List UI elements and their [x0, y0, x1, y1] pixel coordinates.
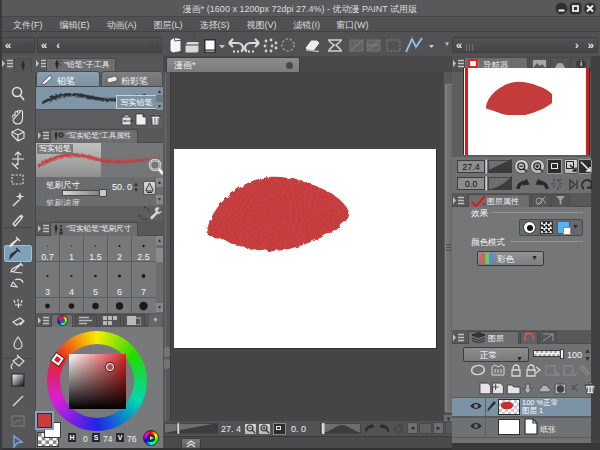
- svg-text:1.5: 1.5: [89, 252, 102, 262]
- svg-text:2.5: 2.5: [137, 252, 150, 262]
- svg-text:7: 7: [141, 287, 146, 297]
- svg-text:6: 6: [117, 287, 122, 297]
- svg-text:0.7: 0.7: [41, 252, 54, 262]
- svg-text:4: 4: [69, 287, 74, 297]
- svg-text:5: 5: [93, 287, 98, 297]
- svg-text:2: 2: [117, 252, 122, 262]
- svg-text:3: 3: [45, 287, 50, 297]
- svg-text:1: 1: [69, 252, 74, 262]
